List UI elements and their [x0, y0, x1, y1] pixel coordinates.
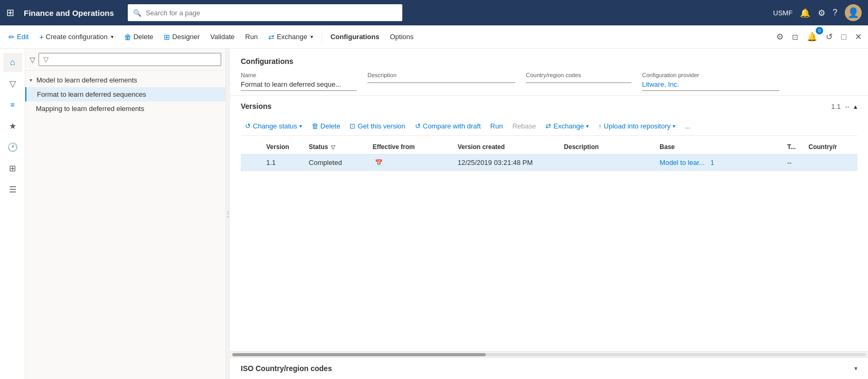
sidebar-item-table[interactable]: ⊞ [3, 159, 22, 178]
versions-number: 1.1 [831, 103, 841, 110]
content-area: Configurations Name Format to learn defe… [230, 49, 868, 379]
iso-section[interactable]: ISO Country/region codes ▾ [230, 357, 868, 379]
tree-root-item[interactable]: ▾ Model to learn deferred elements [25, 73, 225, 87]
col-header-base: Base [655, 140, 783, 154]
table-row[interactable]: 1.1 Completed 📅 12/25/2019 03:21:48 PM M… [241, 154, 857, 171]
change-status-icon: ↺ [245, 122, 251, 130]
tree-collapse-icon: ▾ [30, 77, 32, 83]
versions-delete-icon: 🗑 [312, 122, 318, 130]
col-header-version: Version [262, 140, 305, 154]
rebase-button[interactable]: Rebase [508, 120, 540, 132]
app-grid-icon[interactable]: ⊞ [6, 7, 14, 19]
compare-draft-button[interactable]: ↺ Compare with draft [411, 120, 485, 132]
calendar-icon[interactable]: 📅 [375, 159, 383, 167]
app-title: Finance and Operations [24, 8, 114, 17]
tree-child-label: Mapping to learn deferred elements [36, 105, 144, 113]
versions-exchange-icon: ⇄ [545, 122, 551, 130]
config-section-title: Configurations [241, 57, 857, 66]
cell-country [804, 154, 857, 171]
cell-created: 12/25/2019 03:21:48 PM [454, 154, 560, 171]
avatar[interactable]: 👤 [845, 4, 862, 21]
designer-button[interactable]: ⊞ Designer [159, 30, 204, 44]
delete-button[interactable]: 🗑 Delete [120, 30, 158, 44]
cell-status: Completed [305, 154, 369, 171]
upload-repository-button[interactable]: ↑ Upload into repository [594, 120, 680, 132]
config-country-label: Country/region codes [526, 72, 631, 78]
versions-table: Version Status ▽ Effective from Version … [241, 140, 857, 171]
base-num-link[interactable]: 1 [710, 159, 714, 167]
search-input[interactable] [146, 9, 397, 17]
more-options-button[interactable]: ... [681, 120, 695, 132]
col-header-country: Country/r [804, 140, 857, 154]
filter-icon: ▽ [30, 56, 35, 64]
get-version-icon: ⊡ [350, 122, 355, 130]
versions-exchange-button[interactable]: ⇄ Exchange [541, 120, 593, 132]
notification-badge: 0 [816, 27, 823, 34]
upload-icon: ↑ [598, 122, 602, 130]
panel-resizer[interactable] [226, 49, 230, 379]
sidebar-item-star[interactable]: ★ [3, 116, 22, 135]
badge-wrapper: 🔔 0 [805, 30, 819, 44]
config-provider-value[interactable]: Litware, Inc. [642, 80, 779, 91]
exchange-icon: ⇄ [268, 33, 275, 41]
config-country-value [526, 80, 631, 83]
versions-meta: 1.1 -- ▴ [831, 103, 857, 110]
tree-container: ▾ Model to learn deferred elements Forma… [25, 71, 225, 379]
col-header-created: Version created [454, 140, 560, 154]
sidebar-item-filter[interactable]: ▽ [3, 74, 22, 93]
col-header-status: Status ▽ [305, 140, 369, 154]
versions-toolbar: ↺ Change status 🗑 Delete ⊡ Get this vers… [241, 117, 857, 136]
configurations-button[interactable]: Configurations [326, 30, 383, 43]
gear-icon[interactable]: ⚙ [818, 8, 825, 18]
compare-icon: ↺ [415, 122, 421, 130]
search-bar[interactable]: 🔍 [128, 4, 402, 21]
edit-icon: ✏ [8, 33, 15, 41]
config-name-label: Name [241, 72, 357, 78]
cell-t: -- [783, 154, 804, 171]
validate-button[interactable]: Validate [206, 30, 239, 43]
main-toolbar: ✏ Edit + Create configuration 🗑 Delete ⊞… [0, 25, 868, 49]
config-provider-field: Configuration provider Litware, Inc. [642, 72, 790, 91]
tree-child-item[interactable]: Mapping to learn deferred elements [25, 101, 225, 116]
tree-root-label: Model to learn deferred elements [36, 76, 137, 84]
tree-selected-item[interactable]: Format to learn deferred sequences [25, 87, 225, 101]
get-version-button[interactable]: ⊡ Get this version [345, 120, 409, 132]
sidebar-item-home[interactable]: ⌂ [3, 53, 22, 72]
options-button[interactable]: Options [385, 30, 418, 43]
filter-input[interactable] [39, 53, 221, 66]
table-header-row: Version Status ▽ Effective from Version … [241, 140, 857, 154]
maximize-icon[interactable]: □ [839, 30, 848, 44]
base-link[interactable]: Model to lear... [659, 159, 704, 167]
refresh-icon[interactable]: ↺ [824, 30, 835, 44]
config-provider-label: Configuration provider [642, 72, 779, 78]
cell-base: Model to lear... 1 [655, 154, 783, 171]
office-icon[interactable]: ⊡ [790, 31, 800, 43]
config-name-field: Name Format to learn deferred seque... [241, 72, 367, 91]
close-icon[interactable]: ✕ [853, 30, 864, 44]
col-header-effective: Effective from [369, 140, 454, 154]
sidebar-icons: ⌂ ▽ ≡ ★ 🕐 ⊞ ☰ [0, 49, 25, 379]
settings-cog-icon[interactable]: ⚙ [774, 30, 786, 44]
run-button[interactable]: Run [241, 30, 262, 43]
versions-collapse-icon[interactable]: ▴ [854, 103, 857, 110]
versions-delete-button[interactable]: 🗑 Delete [307, 120, 345, 132]
config-description-label: Description [367, 72, 515, 78]
horizontal-scrollbar[interactable] [230, 351, 868, 357]
sidebar-item-clock[interactable]: 🕐 [3, 137, 22, 156]
help-icon[interactable]: ? [833, 8, 837, 17]
top-nav-right: USMF 🔔 ⚙ ? 👤 [773, 4, 862, 21]
config-name-value: Format to learn deferred seque... [241, 80, 357, 91]
status-filter-icon[interactable]: ▽ [331, 144, 335, 150]
edit-button[interactable]: ✏ Edit [4, 30, 33, 44]
versions-section: Versions 1.1 -- ▴ ↺ Change status 🗑 Dele… [230, 96, 868, 351]
sidebar-item-menu[interactable]: ☰ [3, 180, 22, 199]
versions-run-button[interactable]: Run [486, 120, 507, 132]
sidebar-item-list[interactable]: ≡ [3, 95, 22, 114]
exchange-button[interactable]: ⇄ Exchange [264, 30, 317, 44]
create-config-button[interactable]: + Create configuration [35, 30, 117, 44]
top-navbar: ⊞ Finance and Operations 🔍 USMF 🔔 ⚙ ? 👤 [0, 0, 868, 25]
versions-header: Versions 1.1 -- ▴ [241, 102, 857, 110]
change-status-button[interactable]: ↺ Change status [241, 120, 306, 132]
plus-icon: + [39, 33, 43, 41]
bell-icon[interactable]: 🔔 [800, 8, 810, 18]
